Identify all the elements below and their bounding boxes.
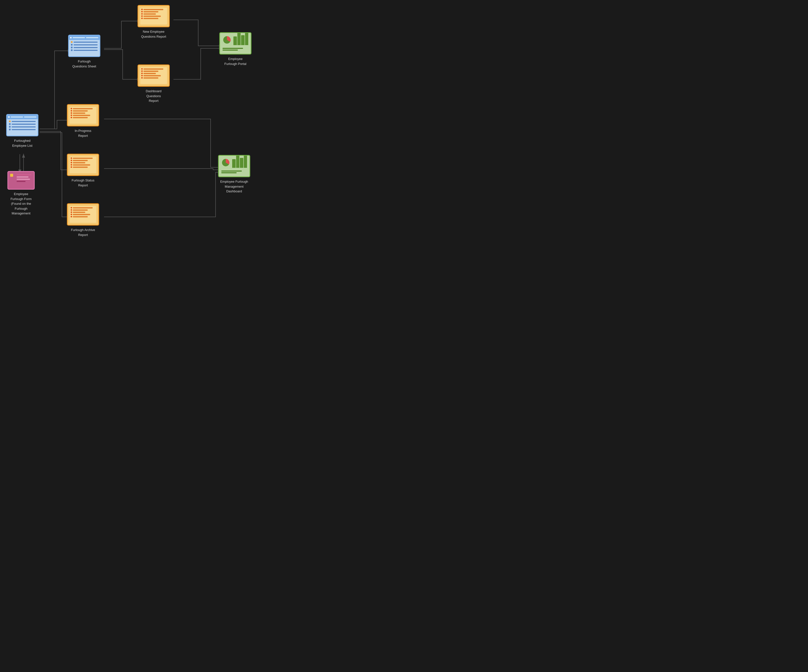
in-progress-report-node: In-Progress Report <box>67 104 99 138</box>
employee-furlough-portal-label: Employee Furlough Portal <box>224 57 247 66</box>
dashboard-questions-report-icon <box>137 64 170 87</box>
in-progress-report-label: In-Progress Report <box>75 129 91 138</box>
furloughed-employee-list-label: Furloughed Employee List <box>12 138 32 148</box>
new-employee-questions-report-node: New Employee Questions Report <box>137 5 170 39</box>
furlough-questions-sheet-node: Furlough Questions Sheet <box>68 35 100 69</box>
furloughed-employee-list-icon <box>6 114 38 136</box>
new-employee-questions-report-label: New Employee Questions Report <box>141 29 166 39</box>
furlough-status-report-node: Furlough Status Report <box>67 154 99 188</box>
furlough-form-icon <box>7 171 35 190</box>
furlough-form-label: Employee Furlough Form (Found on the Fur… <box>10 192 32 216</box>
dashboard-questions-report-label: Dashboard Questions Report <box>146 89 162 104</box>
employee-furlough-portal-node: Employee Furlough Portal <box>219 32 252 66</box>
furloughed-employee-list-node: Furloughed Employee List <box>6 114 38 148</box>
furlough-status-report-icon <box>67 154 99 176</box>
furlough-status-report-label: Furlough Status Report <box>72 178 94 188</box>
furlough-archive-report-label: Furlough Archive Report <box>71 227 95 237</box>
furlough-archive-report-node: Furlough Archive Report <box>67 203 99 237</box>
furlough-questions-sheet-icon <box>68 35 100 57</box>
employee-furlough-mgmt-dashboard-node: Employee Furlough Management Dashboard <box>218 155 250 194</box>
furlough-form-node: Employee Furlough Form (Found on the Fur… <box>7 171 35 216</box>
employee-furlough-mgmt-dashboard-label: Employee Furlough Management Dashboard <box>220 179 248 194</box>
in-progress-report-icon <box>67 104 99 126</box>
furlough-questions-sheet-label: Furlough Questions Sheet <box>72 59 96 69</box>
furlough-archive-report-icon <box>67 203 99 226</box>
employee-furlough-mgmt-dashboard-icon <box>218 155 250 177</box>
new-employee-questions-report-icon <box>137 5 170 27</box>
employee-furlough-portal-icon <box>219 32 252 55</box>
dashboard-questions-report-node: Dashboard Questions Report <box>137 64 170 104</box>
diagram-container: Employee Furlough Form (Found on the Fur… <box>0 0 297 248</box>
